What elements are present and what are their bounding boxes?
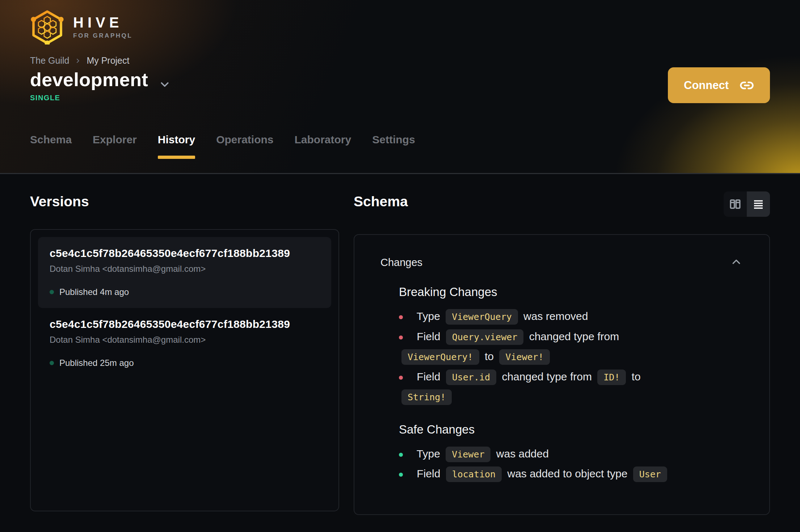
connect-button[interactable]: Connect (668, 67, 770, 103)
chevron-right-icon (75, 58, 81, 64)
change-text: was removed (521, 310, 588, 322)
change-section-title: Breaking Changes (399, 285, 743, 299)
version-hash: c5e4c1c5f78b26465350e4ecf677cf188bb21389 (50, 247, 320, 259)
safe-bullet-icon (399, 453, 403, 457)
breaking-bullet-icon (399, 315, 403, 319)
versions-section: Versions c5e4c1c5f78b26465350e4ecf677cf1… (30, 194, 339, 515)
change-item: Type ViewerQuery was removed (399, 306, 694, 326)
version-author: Dotan Simha <dotansimha@gmail.com> (50, 264, 320, 274)
changes-panel: Changes Breaking Changes Type ViewerQuer… (354, 234, 770, 515)
brand-tagline: FOR GRAPHQL (73, 32, 132, 39)
safe-bullet-icon (399, 473, 403, 477)
breadcrumb-org[interactable]: The Guild (30, 55, 69, 66)
change-text: Type (414, 310, 443, 322)
hive-logo-icon (30, 10, 64, 45)
chevron-up-icon (731, 257, 742, 267)
code-chip: String! (401, 389, 452, 405)
change-text: Type (414, 448, 443, 460)
status-badge: SINGLE (30, 94, 170, 102)
version-hash: c5e4c1c5f78b26465350e4ecf677cf188bb21389 (50, 318, 320, 330)
link-icon (740, 78, 754, 93)
change-list: Type ViewerQuery was removed Field Query… (399, 306, 694, 407)
columns-icon (729, 198, 742, 211)
breadcrumb: The Guild My Project (30, 55, 770, 66)
change-text: to (482, 350, 497, 362)
change-section-title: Safe Changes (399, 423, 743, 436)
tab-settings[interactable]: Settings (372, 134, 415, 158)
change-text: was added to object type (504, 468, 631, 480)
change-list: Type Viewer was added Field location was… (399, 444, 694, 484)
code-chip: Query.viewer (446, 329, 524, 345)
main-tabs: Schema Explorer History Operations Labor… (30, 134, 770, 158)
breadcrumb-project[interactable]: My Project (87, 55, 129, 66)
code-chip: User.id (446, 370, 496, 385)
page-header: HIVE FOR GRAPHQL The Guild My Project de… (0, 0, 800, 174)
change-text: Field (414, 330, 443, 342)
version-card[interactable]: c5e4c1c5f78b26465350e4ecf677cf188bb21389… (38, 308, 331, 379)
change-text: to (628, 371, 640, 383)
code-chip: User (633, 466, 667, 482)
version-status-text: Published 25m ago (59, 358, 134, 368)
code-chip: Viewer! (499, 349, 550, 365)
unified-view-button[interactable] (747, 191, 770, 217)
code-chip: ViewerQuery (446, 309, 518, 325)
code-chip: ID! (597, 370, 626, 385)
tab-explorer[interactable]: Explorer (93, 134, 137, 158)
tab-operations[interactable]: Operations (216, 134, 273, 158)
change-text: changed type from (499, 371, 595, 383)
code-chip: ViewerQuery! (401, 349, 479, 365)
version-status-text: Published 4m ago (59, 287, 129, 297)
change-text: Field (414, 468, 443, 480)
hive-logo[interactable]: HIVE FOR GRAPHQL (30, 10, 770, 45)
schema-section: Schema (354, 194, 770, 515)
code-chip: Viewer (446, 447, 490, 462)
change-text: was added (493, 448, 548, 460)
chevron-down-icon[interactable] (159, 79, 170, 90)
changes-body: Breaking Changes Type ViewerQuery was re… (399, 285, 743, 484)
version-author: Dotan Simha <dotansimha@gmail.com> (50, 335, 320, 345)
versions-heading: Versions (30, 194, 339, 210)
collapse-button[interactable] (729, 255, 743, 270)
tab-laboratory[interactable]: Laboratory (295, 134, 351, 158)
split-view-button[interactable] (724, 191, 747, 217)
published-dot (50, 361, 54, 365)
rows-icon (753, 198, 764, 210)
change-section: Breaking Changes Type ViewerQuery was re… (399, 285, 743, 407)
breaking-bullet-icon (399, 335, 403, 339)
connect-button-label: Connect (684, 79, 729, 92)
change-item: Type Viewer was added (399, 444, 694, 464)
schema-heading: Schema (354, 194, 408, 210)
published-dot (50, 290, 54, 294)
breaking-bullet-icon (399, 376, 403, 380)
tab-history[interactable]: History (158, 134, 195, 158)
change-item: Field Query.viewer changed type from Vie… (399, 326, 694, 367)
brand-name: HIVE (73, 15, 132, 30)
tab-schema[interactable]: Schema (30, 134, 72, 158)
version-card[interactable]: c5e4c1c5f78b26465350e4ecf677cf188bb21389… (38, 237, 331, 308)
main-content: Versions c5e4c1c5f78b26465350e4ecf677cf1… (0, 174, 800, 515)
change-section: Safe Changes Type Viewer was added Field… (399, 423, 743, 484)
change-text: changed type from (526, 330, 619, 342)
changes-title: Changes (380, 257, 422, 269)
versions-list: c5e4c1c5f78b26465350e4ecf677cf188bb21389… (30, 229, 339, 511)
code-chip: location (446, 466, 502, 482)
view-toggle (724, 191, 770, 217)
change-text: Field (414, 371, 443, 383)
page-title: development (30, 69, 148, 90)
change-item: Field User.id changed type from ID! to S… (399, 367, 694, 407)
change-item: Field location was added to object type … (399, 464, 694, 484)
